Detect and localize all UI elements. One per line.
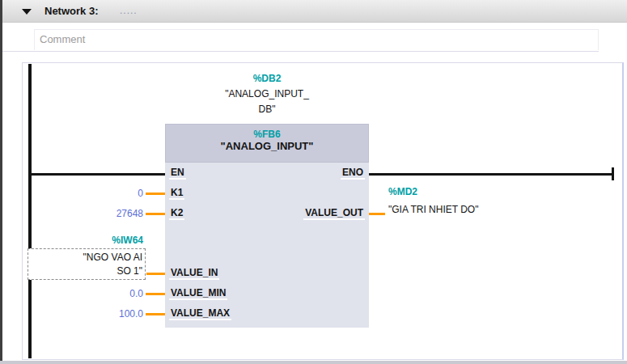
pin-k1[interactable]: K1 xyxy=(169,187,184,200)
pin-value-in[interactable]: VALUE_IN xyxy=(169,267,219,280)
db-name-line1: "ANALOG_INPUT_ xyxy=(165,87,369,102)
fb-name: "ANALOG_INPUT" xyxy=(166,140,368,152)
pin-eno[interactable]: ENO xyxy=(341,167,365,180)
pin-value-max[interactable]: VALUE_MAX xyxy=(169,307,231,320)
editor-left-border xyxy=(0,0,2,364)
pin-value-out[interactable]: VALUE_OUT xyxy=(303,207,365,220)
pin-en[interactable]: EN xyxy=(169,167,186,180)
network-title-dots-field[interactable]: ..... xyxy=(120,5,138,16)
db-address[interactable]: %DB2 xyxy=(165,71,369,87)
operand-value-in-address[interactable]: %IW64 xyxy=(39,234,143,247)
pin-value-min[interactable]: VALUE_MIN xyxy=(169,287,227,300)
stub-value-max xyxy=(146,313,165,315)
fb-address: %FB6 xyxy=(166,129,368,140)
fb-block-header[interactable]: %FB6 "ANALOG_INPUT" xyxy=(165,124,369,163)
bottom-edge-strip xyxy=(0,361,627,364)
ladder-canvas[interactable]: %DB2 "ANALOG_INPUT_ DB" %FB6 "ANALOG_INP… xyxy=(22,62,624,360)
wire-en xyxy=(30,173,165,176)
operand-value-out-address[interactable]: %MD2 xyxy=(388,186,417,197)
power-rail-left xyxy=(28,64,32,358)
wire-eno xyxy=(369,173,613,176)
operand-value-out-name[interactable]: "GIA TRI NHIET DO" xyxy=(388,204,478,215)
db-name-line2: DB" xyxy=(165,102,369,117)
instance-db-label[interactable]: %DB2 "ANALOG_INPUT_ DB" xyxy=(165,71,369,117)
stub-k2 xyxy=(146,213,165,215)
analog-input-function-block[interactable]: %FB6 "ANALOG_INPUT" EN K1 K2 VALUE_IN VA… xyxy=(165,124,369,328)
stub-value-out xyxy=(369,213,385,215)
network-comment-input[interactable]: Comment xyxy=(34,29,599,50)
operand-k2-value[interactable]: 27648 xyxy=(39,207,143,220)
operand-value-in-name-line2: SO 1" xyxy=(28,265,142,278)
operand-k1-value[interactable]: 0 xyxy=(39,187,143,200)
stub-value-in xyxy=(146,273,165,275)
fb-block-body xyxy=(165,163,369,328)
comment-separator xyxy=(2,51,599,52)
collapse-triangle-icon[interactable] xyxy=(22,9,32,15)
stub-k1 xyxy=(146,193,165,195)
stub-value-min xyxy=(146,293,165,295)
rail-end-tick xyxy=(612,167,614,180)
operand-value-in-box[interactable]: "NGO VAO AI SO 1" xyxy=(28,248,146,280)
operand-value-min-value[interactable]: 0.0 xyxy=(39,287,143,300)
operand-value-in-name-line1: "NGO VAO AI xyxy=(28,251,142,265)
network-title-bar[interactable]: Network 3: ..... xyxy=(2,0,627,23)
pin-k2[interactable]: K2 xyxy=(169,207,184,220)
operand-value-max-value[interactable]: 100.0 xyxy=(39,307,143,320)
network-title[interactable]: Network 3: xyxy=(44,5,98,17)
